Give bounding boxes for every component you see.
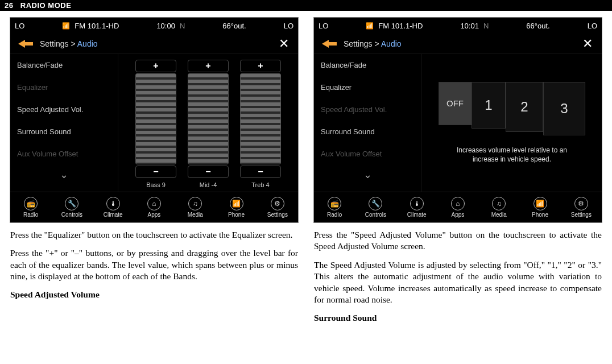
- sidebar-item-equalizer[interactable]: Equalizer: [314, 76, 421, 98]
- apps-icon: ⌂: [451, 197, 465, 210]
- right-heading-surround: Surround Sound: [314, 313, 602, 323]
- breadcrumb-root[interactable]: Settings >: [40, 39, 76, 48]
- phone-icon: 📶: [534, 197, 547, 210]
- sidebar-item-aux-volume-offset[interactable]: Aux Volume Offset: [10, 143, 118, 165]
- page-header: 26 RADIO MODE: [0, 0, 612, 11]
- back-arrow-icon: [18, 40, 33, 48]
- bass-slider[interactable]: [135, 73, 176, 164]
- dock-phone-label: Phone: [532, 212, 548, 218]
- sav-note-line2: increase in vehicle speed.: [473, 155, 551, 163]
- mid-plus-button[interactable]: +: [188, 60, 229, 72]
- bottom-dock: 📻Radio 🔧Controls 🌡Climate ⌂Apps ♫Media 📶…: [314, 192, 602, 222]
- mid-slider[interactable]: [188, 73, 229, 164]
- status-bar: LO 📶 FM 101.1-HD 10:00 N 66°out. LO: [10, 18, 298, 34]
- breadcrumb-root[interactable]: Settings >: [344, 39, 379, 48]
- bass-plus-button[interactable]: +: [135, 60, 176, 72]
- sidebar-item-aux-volume-offset[interactable]: Aux Volume Offset: [314, 143, 421, 165]
- sidebar-item-speed-adj-vol[interactable]: Speed Adjusted Vol.: [314, 98, 421, 121]
- mid-value-label: Mid -4: [200, 179, 217, 188]
- dock-media[interactable]: ♫Media: [175, 192, 216, 222]
- sidebar-item-surround-sound[interactable]: Surround Sound: [10, 121, 118, 143]
- sav-options: OFF 1 2 3: [439, 82, 585, 135]
- dock-controls[interactable]: 🔧Controls: [51, 192, 92, 222]
- equalizer-panel: + − Bass 9 + − Mid -4 + −: [118, 54, 298, 192]
- dock-settings-label: Settings: [571, 212, 592, 218]
- dock-climate[interactable]: 🌡Climate: [396, 192, 437, 222]
- sav-option-1[interactable]: 1: [472, 82, 506, 129]
- dock-settings[interactable]: ⚙Settings: [257, 192, 298, 222]
- mid-minus-button[interactable]: −: [188, 166, 229, 178]
- dock-radio[interactable]: 📻Radio: [314, 192, 355, 222]
- sidebar-item-surround-sound[interactable]: Surround Sound: [314, 121, 421, 143]
- dock-media-label: Media: [188, 212, 203, 218]
- back-button[interactable]: [320, 38, 339, 49]
- speed-adj-vol-panel: OFF 1 2 3 Increases volume level relativ…: [422, 54, 602, 192]
- sidebar-item-speed-adj-vol[interactable]: Speed Adjusted Vol.: [10, 98, 118, 121]
- radio-icon: 📻: [24, 197, 38, 210]
- menu-scroll-down[interactable]: ⌄: [314, 165, 421, 184]
- right-paragraph-2: The Speed Adjusted Volume is adjusted by…: [314, 259, 602, 306]
- dock-media[interactable]: ♫Media: [478, 192, 519, 222]
- sav-note-line1: Increases volume level relative to an: [457, 146, 567, 154]
- sidebar-item-balance-fade[interactable]: Balance/Fade: [10, 54, 118, 76]
- climate-lo-left[interactable]: LO: [15, 22, 24, 30]
- climate-lo-left[interactable]: LO: [319, 22, 328, 30]
- treb-plus-button[interactable]: +: [240, 60, 281, 72]
- breadcrumb: Settings > Audio: [339, 39, 579, 48]
- gear-indicator: N: [483, 22, 489, 30]
- sav-option-off[interactable]: OFF: [439, 82, 472, 125]
- sidebar-item-equalizer[interactable]: Equalizer: [10, 76, 118, 98]
- climate-icon: 🌡: [106, 197, 120, 210]
- dock-controls-label: Controls: [365, 212, 386, 218]
- station-label: FM 101.1-HD: [75, 22, 119, 30]
- gear-icon: ⚙: [574, 197, 588, 210]
- phone-icon: 📶: [230, 197, 243, 210]
- close-button[interactable]: ✕: [275, 36, 292, 51]
- bass-minus-button[interactable]: −: [135, 166, 176, 178]
- dock-apps[interactable]: ⌂Apps: [437, 192, 478, 222]
- dock-radio-label: Radio: [23, 212, 38, 218]
- sav-option-3[interactable]: 3: [543, 82, 585, 135]
- wrench-icon: 🔧: [369, 197, 382, 210]
- dock-radio[interactable]: 📻Radio: [10, 192, 51, 222]
- screenshot-equalizer: LO 📶 FM 101.1-HD 10:00 N 66°out. LO Sett…: [10, 18, 298, 222]
- dock-settings-label: Settings: [267, 212, 288, 218]
- sav-option-2[interactable]: 2: [506, 82, 543, 132]
- eq-band-mid: + − Mid -4: [188, 59, 229, 188]
- eq-band-treb: + − Treb 4: [240, 59, 281, 188]
- settings-side-menu: Balance/Fade Equalizer Speed Adjusted Vo…: [314, 54, 422, 192]
- bottom-dock: 📻Radio 🔧Controls 🌡Climate ⌂Apps ♫Media 📶…: [10, 192, 298, 222]
- screenshot-speed-adj-vol: LO 📶 FM 101.1-HD 10:01 N 66°out. LO Sett…: [314, 18, 602, 222]
- right-paragraph-1: Press the "Speed Adjusted Volume" button…: [314, 229, 602, 253]
- climate-lo-right[interactable]: LO: [284, 22, 293, 30]
- dock-controls[interactable]: 🔧Controls: [355, 192, 396, 222]
- dock-phone[interactable]: 📶Phone: [519, 192, 560, 222]
- treb-value-label: Treb 4: [251, 179, 269, 188]
- left-heading-sav: Speed Adjusted Volume: [10, 289, 298, 300]
- signal-icon: 📶: [366, 22, 374, 30]
- menu-scroll-down[interactable]: ⌄: [10, 165, 118, 184]
- climate-lo-right[interactable]: LO: [588, 22, 597, 30]
- outside-temp: 66°out.: [526, 22, 549, 30]
- dock-phone[interactable]: 📶Phone: [216, 192, 257, 222]
- dock-controls-label: Controls: [61, 212, 82, 218]
- signal-icon: 📶: [62, 22, 70, 30]
- radio-icon: 📻: [328, 197, 341, 210]
- dock-climate[interactable]: 🌡Climate: [93, 192, 134, 222]
- clock: 10:00: [156, 22, 175, 30]
- treb-slider[interactable]: [240, 73, 281, 164]
- dock-apps-label: Apps: [452, 212, 465, 218]
- dock-media-label: Media: [491, 212, 507, 218]
- dock-radio-label: Radio: [327, 212, 342, 218]
- dock-apps[interactable]: ⌂Apps: [134, 192, 175, 222]
- sidebar-item-balance-fade[interactable]: Balance/Fade: [314, 54, 421, 76]
- dock-settings[interactable]: ⚙Settings: [561, 192, 602, 222]
- sav-help-text: Increases volume level relative to an in…: [457, 146, 567, 164]
- gear-indicator: N: [180, 22, 185, 30]
- apps-icon: ⌂: [147, 197, 161, 210]
- page-number: 26: [5, 1, 13, 10]
- back-button[interactable]: [16, 38, 35, 49]
- close-button[interactable]: ✕: [579, 36, 596, 51]
- station-label: FM 101.1-HD: [378, 22, 423, 30]
- treb-minus-button[interactable]: −: [240, 166, 281, 178]
